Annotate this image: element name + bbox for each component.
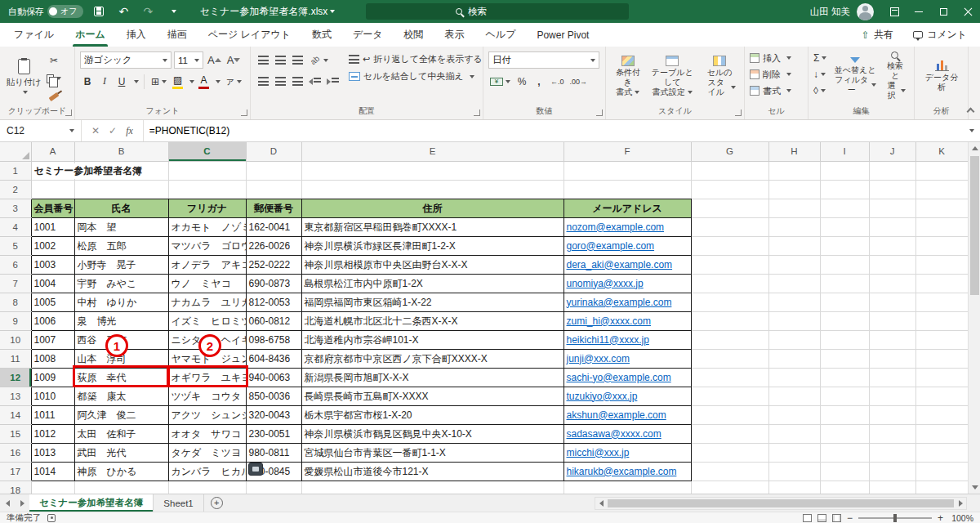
row-header[interactable]: 16 xyxy=(0,443,31,462)
cell-name[interactable]: 山本 淳司 xyxy=(74,349,168,368)
cell[interactable] xyxy=(915,330,968,349)
cell[interactable] xyxy=(915,349,968,368)
cell[interactable] xyxy=(768,161,820,180)
cell[interactable] xyxy=(915,368,968,387)
cell[interactable] xyxy=(691,368,768,387)
cell-name[interactable]: 宇野 みやこ xyxy=(74,274,168,293)
cell-member-id[interactable]: 1014 xyxy=(31,462,74,481)
cell[interactable] xyxy=(691,443,768,462)
column-header-c-selected[interactable]: C xyxy=(168,142,246,161)
cell[interactable] xyxy=(820,293,869,311)
cell[interactable] xyxy=(820,368,869,387)
align-bottom-button[interactable] xyxy=(290,52,305,69)
cell[interactable] xyxy=(691,330,768,349)
cell-name[interactable]: 小野寺 晃子 xyxy=(74,255,168,274)
row-header[interactable]: 7 xyxy=(0,274,31,293)
cell[interactable] xyxy=(691,349,768,368)
sheet-tab-active[interactable]: セミナー参加希望者名簿 xyxy=(29,494,154,512)
cell[interactable] xyxy=(820,481,869,494)
phonetic-button[interactable]: ァ xyxy=(223,74,243,90)
cell[interactable] xyxy=(768,349,820,368)
row-header[interactable]: 8 xyxy=(0,293,31,311)
shrink-font-button[interactable]: A xyxy=(225,52,243,69)
cancel-button[interactable]: ✕ xyxy=(91,125,100,136)
cell[interactable] xyxy=(768,311,820,330)
row-header[interactable]: 6 xyxy=(0,255,31,274)
cell-kana[interactable]: ウノ ミヤコ xyxy=(168,274,246,293)
tab-formulas[interactable]: 数式 xyxy=(301,23,342,47)
cell-member-id[interactable]: 1011 xyxy=(31,405,74,424)
tab-file[interactable]: ファイル xyxy=(3,23,65,47)
currency-format-button[interactable]: ¥ xyxy=(488,74,512,90)
fill-button[interactable]: ↓ xyxy=(813,67,826,82)
cut-button[interactable]: ✂ xyxy=(45,52,63,69)
cell-a1-title[interactable]: セミナー参加希望者名簿 xyxy=(31,161,74,180)
format-as-table-button[interactable]: テーブルとして 書式設定 xyxy=(645,51,700,101)
cell-email[interactable]: heikichi11@xxxx.jp xyxy=(564,330,691,349)
decrease-indent-button[interactable] xyxy=(307,74,323,90)
cell[interactable] xyxy=(869,462,915,481)
cell[interactable] xyxy=(820,255,869,274)
cell[interactable] xyxy=(869,180,915,199)
dialog-launcher-clipboard[interactable] xyxy=(65,110,72,116)
cell-name[interactable]: 武田 光代 xyxy=(74,443,168,462)
user-avatar[interactable] xyxy=(857,3,874,20)
cell-member-id[interactable]: 1002 xyxy=(31,236,74,255)
cell-kana[interactable]: カンバラ ヒカル xyxy=(168,462,246,481)
cell-email[interactable]: sachi-yo@example.com xyxy=(564,368,691,387)
cell-email[interactable]: dera_aki@example.com xyxy=(564,255,691,274)
cell[interactable] xyxy=(869,311,915,330)
column-header-b[interactable]: B xyxy=(74,142,168,161)
select-all-corner[interactable] xyxy=(0,142,31,161)
cell[interactable] xyxy=(168,180,246,199)
cell[interactable] xyxy=(768,330,820,349)
cell[interactable] xyxy=(768,462,820,481)
cell[interactable] xyxy=(820,424,869,443)
cell-address[interactable]: 京都府京都市中京区西ノ京下合町XXXX-X xyxy=(301,349,564,368)
zoom-level[interactable]: 100% xyxy=(949,513,973,523)
cell[interactable] xyxy=(915,236,968,255)
email-link[interactable]: hikarukb@excample.com xyxy=(567,466,677,477)
sheet-tab-sheet1[interactable]: Sheet1 xyxy=(154,494,203,512)
borders-button[interactable]: ⊞ xyxy=(149,74,168,90)
email-link[interactable]: tuzukiyo@xxx.jp xyxy=(567,391,638,402)
font-size-select[interactable]: 11 xyxy=(174,51,203,69)
cell[interactable] xyxy=(915,199,968,217)
cell-kana[interactable]: オカモト ノゾミ xyxy=(168,217,246,236)
increase-decimal-button[interactable]: ←.0 xyxy=(549,74,566,90)
cell-address[interactable]: 宮城県仙台市青葉区一番町1-1-X xyxy=(301,443,564,462)
cell-zip[interactable]: 812-0053 xyxy=(246,293,301,311)
font-name-select[interactable]: 游ゴシック xyxy=(80,51,172,69)
italic-button[interactable]: I xyxy=(97,74,112,90)
dialog-launcher-styles[interactable] xyxy=(735,110,742,116)
cell[interactable] xyxy=(301,180,564,199)
cell-member-id[interactable]: 1007 xyxy=(31,330,74,349)
cell-name-b12[interactable]: 荻原 幸代 xyxy=(74,368,168,387)
cell-member-id[interactable]: 1010 xyxy=(31,387,74,405)
cell-kana[interactable]: オオタ サワコ xyxy=(168,424,246,443)
cell[interactable] xyxy=(691,293,768,311)
wrap-text-button[interactable]: ↩折り返して全体を表示する xyxy=(349,51,483,68)
cell-kana[interactable]: ナカムラ ユリカ xyxy=(168,293,246,311)
cell-email[interactable]: tuzukiyo@xxx.jp xyxy=(564,387,691,405)
cell[interactable] xyxy=(820,387,869,405)
cell-name[interactable]: 都築 康太 xyxy=(74,387,168,405)
cell-member-id[interactable]: 1012 xyxy=(31,424,74,443)
zoom-out-button[interactable]: − xyxy=(847,513,853,523)
cell-name[interactable]: 太田 佐和子 xyxy=(74,424,168,443)
dialog-launcher-number[interactable] xyxy=(596,110,603,116)
tab-page-layout[interactable]: ページ レイアウト xyxy=(198,23,301,47)
cell-zip[interactable]: 980-0811 xyxy=(246,443,301,462)
view-page-layout-button[interactable] xyxy=(817,514,826,522)
cell-zip[interactable]: 060-0812 xyxy=(246,311,301,330)
cell[interactable] xyxy=(768,368,820,387)
email-link[interactable]: akshun@example.com xyxy=(567,409,666,421)
cell[interactable] xyxy=(869,274,915,293)
cell[interactable] xyxy=(869,368,915,387)
cell-email[interactable]: akshun@example.com xyxy=(564,405,691,424)
formula-input[interactable]: =PHONETIC(B12) xyxy=(144,120,960,141)
share-button[interactable]: ⇧共有 xyxy=(852,23,903,47)
table-header-address[interactable]: 住所 xyxy=(301,199,564,217)
cell-name[interactable]: 中村 ゆりか xyxy=(74,293,168,311)
table-header-member-id[interactable]: 会員番号 xyxy=(31,199,74,217)
